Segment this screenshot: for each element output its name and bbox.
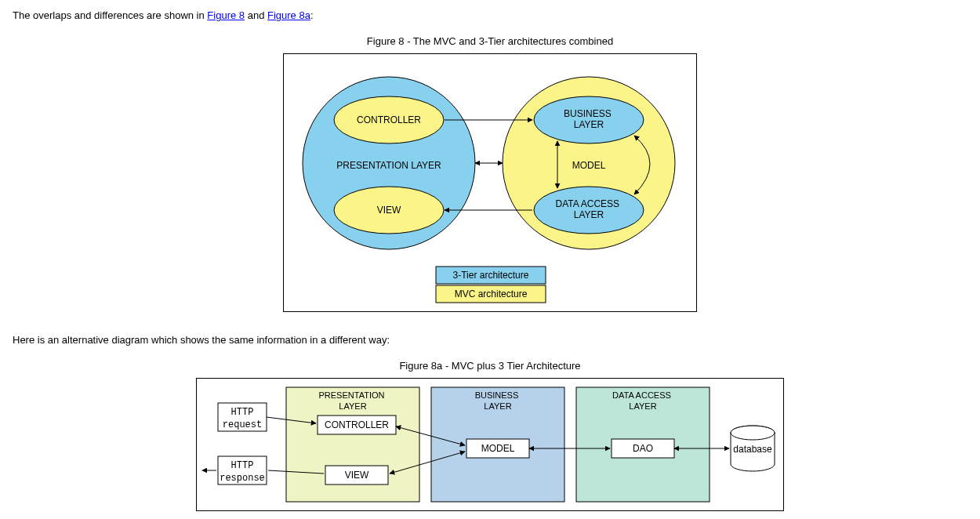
presentation-layer-label: PRESENTATION LAYER bbox=[336, 160, 441, 171]
controller-label-2: CONTROLLER bbox=[325, 419, 389, 430]
controller-label: CONTROLLER bbox=[357, 114, 421, 125]
figure-8a-caption: Figure 8a - MVC plus 3 Tier Architecture bbox=[13, 360, 967, 372]
figure-8-caption: Figure 8 - The MVC and 3-Tier architectu… bbox=[13, 35, 967, 47]
dao-label: DAO bbox=[633, 443, 653, 454]
intro-text: The overlaps and differences are shown i… bbox=[13, 9, 967, 21]
legend-mvc: MVC architecture bbox=[455, 289, 528, 299]
intro-suffix: : bbox=[310, 9, 314, 21]
figure-8a-diagram: HTTP request HTTP response PRESENTATION … bbox=[196, 378, 784, 511]
http-label-req: HTTP bbox=[231, 407, 254, 418]
response-label: response bbox=[220, 473, 265, 484]
view-label: VIEW bbox=[377, 205, 401, 216]
link-figure-8[interactable]: Figure 8 bbox=[207, 9, 245, 21]
model-label: MODEL bbox=[572, 160, 606, 171]
http-label-res: HTTP bbox=[231, 460, 254, 471]
request-label: request bbox=[223, 419, 262, 430]
model-label-2: MODEL bbox=[481, 443, 515, 454]
database-label: database bbox=[733, 444, 772, 455]
figure-8-diagram: CONTROLLER PRESENTATION LAYER VIEW BUSIN… bbox=[283, 53, 697, 312]
link-figure-8a[interactable]: Figure 8a bbox=[267, 9, 310, 21]
intro-mid: and bbox=[245, 9, 267, 21]
svg-point-24 bbox=[731, 426, 775, 440]
legend-3tier: 3-Tier architecture bbox=[453, 270, 529, 281]
mid-text: Here is an alternative diagram which sho… bbox=[13, 334, 967, 346]
view-label-2: VIEW bbox=[345, 470, 369, 481]
intro-prefix: The overlaps and differences are shown i… bbox=[13, 9, 207, 21]
